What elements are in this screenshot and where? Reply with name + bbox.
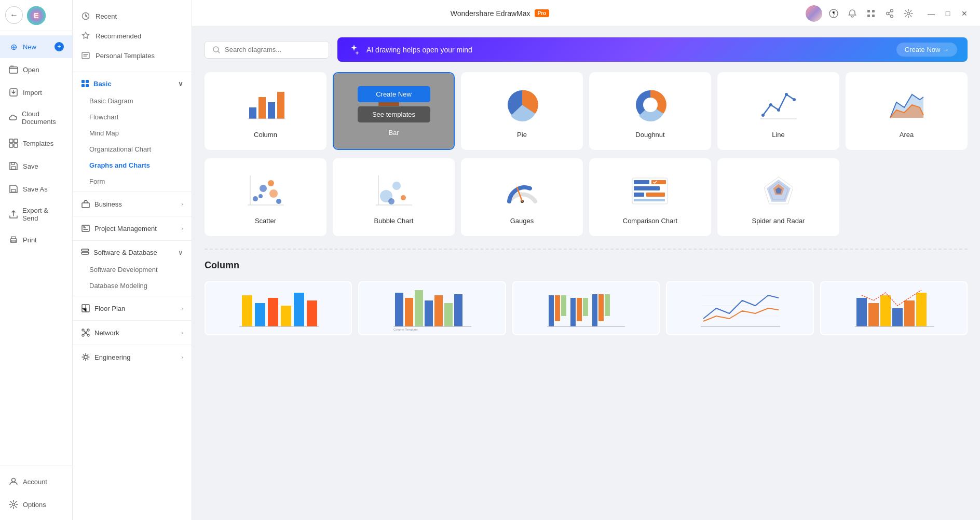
user-avatar[interactable] — [806, 5, 822, 22]
scatter-label: Scatter — [255, 217, 276, 225]
basic-subsection-graphs-charts[interactable]: Graphs and Charts — [73, 157, 192, 173]
save-as-icon: + — [8, 184, 19, 194]
top-bar-right: — □ ✕ — [806, 5, 972, 22]
sidebar-personal-templates[interactable]: Personal Templates — [73, 46, 192, 65]
sidebar-item-new[interactable]: ⊕ New + — [0, 35, 72, 58]
chart-column-card[interactable]: Column — [205, 72, 326, 150]
template-card-4[interactable] — [666, 281, 813, 335]
business-category[interactable]: Business › — [73, 194, 192, 214]
sidebar-item-print[interactable]: Print — [0, 228, 72, 251]
svg-rect-45 — [277, 92, 284, 119]
personal-templates-icon — [81, 51, 90, 60]
project-mgmt-section: Project Management › — [73, 216, 192, 240]
chart-comparison-card[interactable]: Comparison Chart — [589, 158, 711, 236]
sidebar-item-export[interactable]: Export & Send — [0, 200, 72, 228]
software-dev-item[interactable]: Software Development — [73, 262, 192, 278]
recent-icon — [81, 11, 90, 21]
sidebar-item-templates[interactable]: Templates — [0, 132, 72, 155]
empty-slot — [846, 158, 968, 236]
close-button[interactable]: ✕ — [957, 6, 972, 21]
chart-gauges-card[interactable]: Gauges — [461, 158, 583, 236]
chart-spider-card[interactable]: Spider and Radar — [717, 158, 839, 236]
see-templates-button[interactable]: See templates — [358, 106, 430, 122]
template-card-5[interactable] — [820, 281, 968, 335]
basic-subsection-basic-diagram[interactable]: Basic Diagram — [73, 93, 192, 109]
search-input[interactable] — [225, 46, 321, 53]
sidebar-item-open[interactable]: Open — [0, 58, 72, 81]
engineering-chevron: › — [181, 354, 183, 360]
software-db-section: Software & Database ∨ Software Developme… — [73, 240, 192, 296]
basic-subsection-form[interactable]: Form — [73, 173, 192, 189]
logo-icon: E — [27, 6, 46, 25]
sidebar-item-save-as[interactable]: + Save As — [0, 177, 72, 200]
new-plus-icon: + — [55, 42, 64, 51]
engineering-icon — [81, 352, 90, 362]
chart-line-card[interactable]: Line — [717, 72, 839, 150]
basic-section-header[interactable]: Basic ∨ — [73, 74, 192, 93]
floor-plan-label: Floor Plan — [94, 305, 177, 312]
pro-badge: Pro — [535, 9, 550, 17]
chart-area-card[interactable]: Area — [846, 72, 968, 150]
sidebar-item-account[interactable]: Account — [0, 470, 72, 493]
maximize-button[interactable]: □ — [941, 6, 955, 21]
svg-point-68 — [276, 199, 281, 204]
area-label: Area — [900, 131, 914, 139]
help-button[interactable] — [826, 6, 841, 21]
bubble-chart-img — [371, 170, 417, 212]
section-column-header: Column — [205, 260, 968, 273]
floor-plan-category[interactable]: Floor Plan › — [73, 298, 192, 318]
spider-chart-img — [755, 170, 802, 212]
chart-bar-card[interactable]: Bar Create New See templates Bar — [333, 72, 455, 150]
sidebar-item-import[interactable]: Import — [0, 81, 72, 104]
svg-rect-13 — [11, 240, 16, 242]
basic-subsection-mind-map[interactable]: Mind Map — [73, 125, 192, 141]
template-card-1[interactable] — [205, 281, 352, 335]
bubble-label: Bubble Chart — [374, 217, 414, 225]
chart-doughnut-card[interactable]: Doughnut — [589, 72, 711, 150]
create-new-button[interactable]: Create New — [358, 86, 430, 102]
share-button[interactable] — [882, 6, 897, 21]
chart-type-grid: Column Bar — [205, 72, 968, 150]
ai-banner[interactable]: AI drawing helps open your mind Create N… — [337, 37, 968, 62]
import-icon — [8, 87, 19, 98]
business-label: Business — [94, 200, 177, 208]
chart-scatter-card[interactable]: Scatter — [205, 158, 326, 236]
project-mgmt-category[interactable]: Project Management › — [73, 218, 192, 238]
sidebar-recommended[interactable]: Recommended — [73, 26, 192, 46]
svg-point-40 — [907, 12, 910, 15]
chart-pie-card[interactable]: Pie — [461, 72, 583, 150]
sidebar-wide: Recent Recommended Personal Templates Ba… — [73, 0, 192, 520]
svg-point-14 — [12, 478, 16, 482]
svg-rect-43 — [258, 97, 266, 119]
template-card-2[interactable]: Column Template — [358, 281, 506, 335]
recommended-icon — [81, 31, 90, 40]
template-card-3[interactable] — [512, 281, 660, 335]
basic-subsection-org-chart[interactable]: Organizational Chart — [73, 141, 192, 157]
sidebar-recent[interactable]: Recent — [73, 6, 192, 26]
sidebar-item-options[interactable]: Options — [0, 493, 72, 516]
basic-chevron: ∨ — [178, 80, 183, 88]
network-category[interactable]: Network › — [73, 323, 192, 343]
engineering-category[interactable]: Engineering › — [73, 347, 192, 367]
apps-button[interactable] — [864, 6, 878, 21]
comparison-label: Comparison Chart — [623, 217, 678, 225]
svg-rect-2 — [9, 67, 18, 73]
window-controls: — □ ✕ — [924, 6, 972, 21]
save-icon — [8, 161, 19, 171]
svg-point-65 — [258, 194, 263, 198]
minimize-button[interactable]: — — [924, 6, 938, 21]
notification-button[interactable] — [845, 6, 860, 21]
svg-point-15 — [12, 503, 15, 506]
basic-subsection-flowchart[interactable]: Flowchart — [73, 109, 192, 125]
database-model-item[interactable]: Database Modeling — [73, 278, 192, 294]
sidebar-item-save[interactable]: Save — [0, 155, 72, 177]
open-icon — [8, 64, 19, 75]
chart-bubble-card[interactable]: Bubble Chart — [333, 158, 455, 236]
back-button[interactable]: ← — [5, 6, 23, 24]
software-db-header[interactable]: Software & Database ∨ — [73, 243, 192, 262]
settings-button[interactable] — [901, 6, 916, 21]
search-box[interactable] — [205, 41, 329, 59]
ai-create-now-button[interactable]: Create Now → — [896, 43, 957, 57]
business-section: Business › — [73, 191, 192, 216]
sidebar-item-cloud[interactable]: Cloud Documents — [0, 104, 72, 132]
